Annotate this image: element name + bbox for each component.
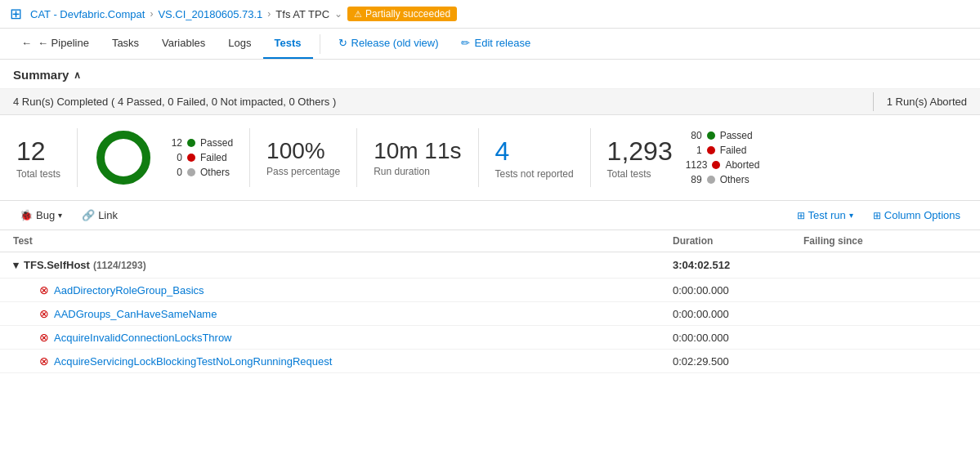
nav-edit-release[interactable]: ✏ Edit release [450,30,542,57]
test-name-3[interactable]: AcquireServicingLockBlockingTestNoLongRu… [54,355,332,368]
nav-pipeline[interactable]: ← ← Pipeline [10,29,101,59]
stats-aborted: 1 Run(s) Aborted [874,89,980,114]
aborted-aborted-label: Aborted [725,159,759,171]
logo-icon: ⊞ [10,5,22,23]
test-name-cell: ⊗ AcquireServicingLockBlockingTestNoLong… [13,354,673,368]
test-duration-0: 0:00:00.000 [673,284,803,296]
aborted-aborted-count: 1123 [686,159,708,171]
aborted-failed-dot [707,146,715,154]
breadcrumb-dropdown-icon[interactable]: ⌄ [334,8,342,20]
total-tests-number: 12 [16,136,60,167]
nav-bar: ← ← Pipeline Tasks Variables Logs Tests … [0,29,980,60]
legend-failed-count: 0 [166,152,182,163]
col-test: Test [13,235,673,247]
test-duration-2: 0:00:00.000 [673,332,803,344]
breadcrumb-bar: ⊞ CAT - Devfabric.Compat › VS.CI_2018060… [0,0,980,29]
aborted-legend: 80 Passed 1 Failed 1123 Aborted 89 Other… [686,130,760,185]
test-name-cell: ⊗ AADGroups_CanHaveSameName [13,307,673,320]
donut-chart [94,128,153,187]
test-run-icon: ⊞ [797,210,805,221]
toolbar-right: ⊞ Test run ▾ ⊞ Column Options [790,206,967,225]
breadcrumb-sep-2: › [267,8,271,20]
pass-percentage-label: Pass percentage [266,166,340,177]
aborted-test-icon: ⊗ [39,354,49,368]
failed-dot [187,154,195,162]
not-reported-label: Tests not reported [495,168,574,180]
aborted-failed-count: 1 [686,145,702,156]
total-tests-section: 12 Total tests [0,128,78,187]
aborted-others-dot [707,176,715,184]
tests-not-reported: 4 Tests not reported [495,136,574,180]
collapse-arrow-icon[interactable]: ▾ [13,259,19,271]
refresh-icon: ↻ [338,37,347,49]
nav-variables[interactable]: Variables [150,29,217,59]
aborted-test-icon: ⊗ [39,283,49,296]
col-failing-since: Failing since [803,235,967,247]
summary-title: Summary [13,68,69,82]
table-row: ⊗ AcquireInvalidConnectionLocksThrow 0:0… [0,326,980,350]
table-header: Test Duration Failing since [0,230,980,252]
aborted-legend-aborted: 1123 Aborted [686,159,760,171]
aborted-legend-passed: 80 Passed [686,130,760,141]
link-label: Link [98,209,118,221]
legend: 12 Passed 0 Failed 0 Others [166,137,233,178]
aborted-legend-failed: 1 Failed [686,145,760,156]
column-options-icon: ⊞ [873,210,881,221]
legend-failed: 0 Failed [166,152,233,163]
group-name-text[interactable]: TFS.SelfHost [24,259,90,271]
legend-passed-label: Passed [200,137,233,149]
aborted-others-label: Others [720,174,750,185]
test-run-dropdown-icon: ▾ [849,211,853,220]
breadcrumb-cat[interactable]: CAT - Devfabric.Compat [30,8,145,20]
aborted-passed-count: 80 [686,130,702,141]
legend-others-label: Others [200,167,230,178]
link-button[interactable]: 🔗 Link [75,206,124,225]
breadcrumb-tfs[interactable]: Tfs AT TPC [275,8,329,20]
aborted-total: 1,293 Total tests [607,136,673,180]
test-name-1[interactable]: AADGroups_CanHaveSameName [54,308,217,320]
pass-percentage: 100% Pass percentage [266,138,340,177]
not-reported-section: 4 Tests not reported [479,128,591,187]
legend-failed-label: Failed [200,152,227,163]
summary-header: Summary ∧ [0,60,980,89]
stats-completed: 4 Run(s) Completed ( 4 Passed, 0 Failed,… [0,89,873,114]
not-reported-num[interactable]: 4 [495,136,510,167]
nav-tasks[interactable]: Tasks [101,29,150,59]
col-duration: Duration [673,235,803,247]
nav-divider [320,34,320,54]
bug-icon: 🐞 [20,209,33,221]
aborted-total-label: Total tests [607,168,651,180]
status-badge-label: Partially succeeded [365,8,450,20]
test-duration-1: 0:00:00.000 [673,308,803,320]
summary-chevron[interactable]: ∧ [74,69,81,81]
nav-logs[interactable]: Logs [217,29,262,59]
test-name-cell: ⊗ AcquireInvalidConnectionLocksThrow [13,331,673,344]
test-run-button[interactable]: ⊞ Test run ▾ [790,206,860,225]
edit-icon: ✏ [461,37,470,49]
run-duration: 10m 11s Run duration [374,138,461,177]
breadcrumb-vs[interactable]: VS.CI_20180605.73.1 [158,8,262,20]
stats-banner: 4 Run(s) Completed ( 4 Passed, 0 Failed,… [0,89,980,115]
nav-tests[interactable]: Tests [263,29,313,59]
bug-label: Bug [36,209,55,221]
donut-section: 12 Passed 0 Failed 0 Others [78,128,250,187]
back-arrow-icon: ← [21,37,32,49]
nav-release-old-view[interactable]: ↻ Release (old view) [327,30,450,57]
table-row: ⊗ AadDirectoryRoleGroup_Basics 0:00:00.0… [0,279,980,302]
total-tests-label: Total tests [16,168,60,180]
table-row: ⊗ AADGroups_CanHaveSameName 0:00:00.000 [0,302,980,326]
duration-section: 10m 11s Run duration [357,128,478,187]
svg-point-2 [107,141,140,174]
link-icon: 🔗 [82,209,95,221]
aborted-stats-section: 1,293 Total tests 80 Passed 1 Failed 112… [591,128,980,187]
table-group-row: ▾ TFS.SelfHost (1124/1293) 3:04:02.512 [0,252,980,279]
status-badge: Partially succeeded [347,7,457,21]
run-duration-label: Run duration [374,166,430,177]
bug-button[interactable]: 🐞 Bug ▾ [13,206,69,225]
group-name-cell: ▾ TFS.SelfHost (1124/1293) [13,259,673,271]
test-name-2[interactable]: AcquireInvalidConnectionLocksThrow [54,332,232,344]
test-duration-3: 0:02:29.500 [673,355,803,368]
table-row: ⊗ AcquireServicingLockBlockingTestNoLong… [0,350,980,373]
column-options-button[interactable]: ⊞ Column Options [866,206,967,225]
test-name-0[interactable]: AadDirectoryRoleGroup_Basics [54,284,204,296]
